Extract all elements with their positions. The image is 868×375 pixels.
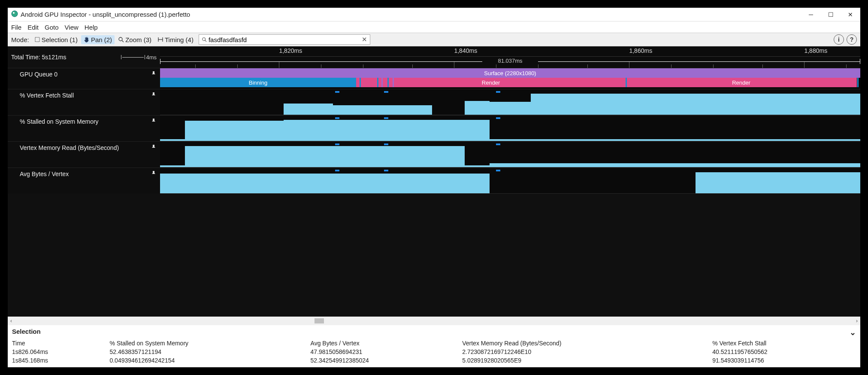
selection-table: Time % Stalled on System Memory Avg Byte… (12, 339, 856, 365)
maximize-button[interactable]: ☐ (821, 8, 841, 21)
pin-icon[interactable] (151, 71, 157, 86)
search-input[interactable] (209, 36, 360, 43)
svg-line-4 (122, 40, 124, 42)
track-vmr-label: Vertex Memory Read (Bytes/Second) (20, 144, 119, 165)
window-title: Android GPU Inspector - unsplit_uncompre… (21, 11, 190, 18)
gpu-queue-timeline[interactable]: Surface (2280x1080) Binning Render Rende… (160, 68, 860, 89)
toolbar: Mode: Selection (1) Pan (2) Zoom (3) Tim… (8, 33, 860, 46)
timing-icon (157, 37, 163, 43)
menu-goto[interactable]: Goto (45, 24, 59, 31)
svg-point-3 (119, 37, 122, 41)
surface-span[interactable]: Surface (2280x1080) (160, 68, 860, 78)
search-box[interactable]: ✕ (199, 34, 370, 45)
track-avg-bytes-label: Avg Bytes / Vertex (20, 171, 69, 191)
track-gpu-queue-label: GPU Queue 0 (20, 71, 57, 86)
tick-label: 1,820ms (279, 47, 302, 54)
mode-zoom[interactable]: Zoom (3) (115, 35, 154, 44)
timeline-ruler[interactable]: 1,820ms 1,840ms 1,860ms 1,880ms 81.037ms (160, 46, 860, 68)
svg-point-8 (203, 37, 206, 40)
search-icon (202, 36, 207, 43)
hscroll-thumb[interactable] (315, 318, 324, 323)
render-span-2[interactable]: Render (626, 78, 857, 87)
mode-label: Mode: (11, 36, 29, 43)
zoom-icon (118, 37, 124, 43)
scale-interval: 4ms (121, 54, 157, 61)
col-time[interactable]: Time (12, 339, 109, 348)
table-row[interactable]: 1s826.064ms52.463835712119447.9815058694… (12, 348, 856, 356)
col-sys[interactable]: % Stalled on System Memory (109, 339, 310, 348)
menu-view[interactable]: View (65, 24, 79, 31)
pin-icon[interactable] (151, 171, 157, 191)
selection-panel: Selection ⌄ Time % Stalled on System Mem… (8, 325, 860, 367)
render-span-1[interactable]: Render (356, 78, 626, 87)
vmr-chart[interactable] (160, 142, 860, 168)
sys-mem-chart[interactable] (160, 116, 860, 141)
mode-timing[interactable]: Timing (4) (155, 35, 196, 44)
pin-icon[interactable] (151, 144, 157, 165)
avg-bytes-chart[interactable] (160, 168, 860, 194)
svg-line-9 (205, 40, 206, 41)
selection-icon (34, 37, 40, 43)
pin-icon[interactable] (151, 92, 157, 113)
total-time: Total Time: 5s121ms (11, 54, 66, 61)
info-button[interactable]: i (834, 34, 844, 45)
app-icon (11, 10, 18, 18)
mode-pan[interactable]: Pan (2) (81, 35, 115, 44)
tick-label: 1,860ms (629, 47, 652, 54)
scroll-right-icon[interactable]: › (856, 318, 858, 324)
titlebar: Android GPU Inspector - unsplit_uncompre… (8, 8, 860, 21)
clear-search-icon[interactable]: ✕ (362, 36, 367, 43)
table-row[interactable]: 1s845.168ms0.04939461269424215452.342549… (12, 356, 856, 365)
profiler-area: Total Time: 5s121ms 4ms 1,820ms 1,840ms … (8, 46, 860, 317)
svg-rect-2 (35, 37, 39, 42)
minimize-button[interactable]: ─ (801, 8, 821, 21)
help-button[interactable]: ? (847, 34, 857, 45)
scroll-left-icon[interactable]: ‹ (10, 318, 12, 324)
tick-label: 1,880ms (804, 47, 827, 54)
selection-title: Selection (12, 328, 41, 337)
pin-icon[interactable] (151, 118, 157, 139)
hscrollbar[interactable]: ‹ › (8, 317, 860, 325)
menu-edit[interactable]: Edit (27, 24, 39, 31)
col-vfs[interactable]: % Vertex Fetch Stall (712, 339, 856, 348)
collapse-icon[interactable]: ⌄ (850, 328, 856, 337)
mode-selection[interactable]: Selection (1) (32, 35, 80, 44)
svg-point-0 (12, 11, 18, 17)
menu-help[interactable]: Help (85, 24, 98, 31)
col-vmr[interactable]: Vertex Memory Read (Bytes/Second) (462, 339, 712, 348)
menu-file[interactable]: File (11, 24, 21, 31)
range-label: 81.037ms (498, 58, 522, 64)
close-button[interactable]: ✕ (841, 8, 860, 21)
binning-span[interactable]: Binning (160, 78, 356, 87)
tick-label: 1,840ms (454, 47, 477, 54)
vertex-stall-chart[interactable] (160, 89, 860, 115)
svg-point-1 (13, 12, 15, 14)
track-sys-mem-label: % Stalled on System Memory (20, 118, 99, 139)
menubar: File Edit Goto View Help (8, 21, 860, 33)
track-vertex-stall-label: % Vertex Fetch Stall (20, 92, 74, 113)
col-avg[interactable]: Avg Bytes / Vertex (311, 339, 463, 348)
pan-icon (84, 37, 90, 43)
